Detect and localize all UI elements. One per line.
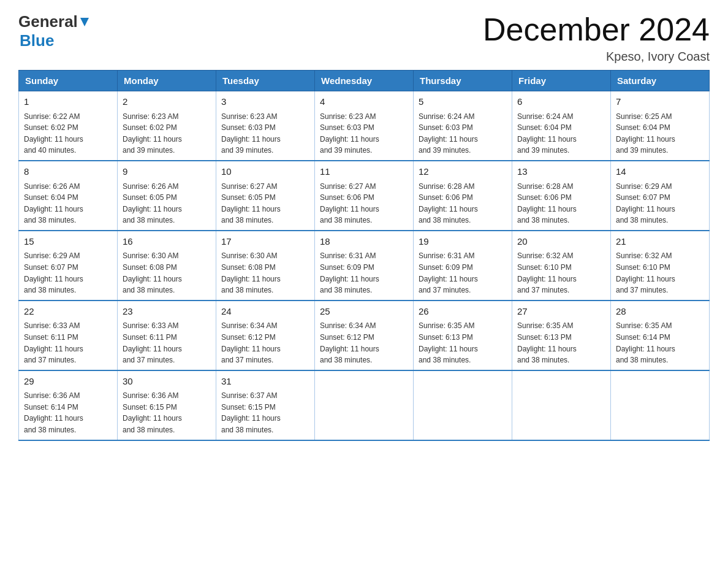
cell-content: Sunrise: 6:30 AMSunset: 6:08 PMDaylight:… — [221, 250, 309, 296]
cell-content: Sunrise: 6:36 AMSunset: 6:15 PMDaylight:… — [123, 390, 211, 435]
header-monday: Monday — [118, 71, 216, 91]
calendar-cell: 8Sunrise: 6:26 AMSunset: 6:04 PMDaylight… — [19, 161, 118, 231]
calendar-cell: 10Sunrise: 6:27 AMSunset: 6:05 PMDayligh… — [216, 161, 315, 231]
logo: General Blue — [18, 12, 91, 50]
cell-content: Sunrise: 6:26 AMSunset: 6:04 PMDaylight:… — [24, 181, 112, 226]
cell-content: Sunrise: 6:32 AMSunset: 6:10 PMDaylight:… — [616, 250, 704, 296]
calendar-cell: 7Sunrise: 6:25 AMSunset: 6:04 PMDaylight… — [611, 91, 710, 161]
header-friday: Friday — [512, 71, 611, 91]
cell-content: Sunrise: 6:34 AMSunset: 6:12 PMDaylight:… — [320, 320, 408, 366]
calendar-cell: 12Sunrise: 6:28 AMSunset: 6:06 PMDayligh… — [414, 161, 512, 231]
cell-content: Sunrise: 6:37 AMSunset: 6:15 PMDaylight:… — [221, 390, 309, 435]
cell-content: Sunrise: 6:28 AMSunset: 6:06 PMDaylight:… — [419, 181, 507, 226]
day-number: 23 — [123, 305, 211, 319]
day-number: 24 — [221, 305, 309, 319]
cell-content: Sunrise: 6:27 AMSunset: 6:05 PMDaylight:… — [221, 181, 309, 226]
cell-content: Sunrise: 6:31 AMSunset: 6:09 PMDaylight:… — [419, 250, 507, 296]
day-number: 22 — [24, 305, 112, 319]
day-number: 1 — [24, 95, 112, 109]
day-number: 10 — [221, 165, 309, 179]
month-title: December 2024 — [483, 12, 710, 47]
calendar-cell: 21Sunrise: 6:32 AMSunset: 6:10 PMDayligh… — [611, 231, 710, 301]
calendar-week-row: 8Sunrise: 6:26 AMSunset: 6:04 PMDaylight… — [19, 161, 710, 231]
calendar-cell: 25Sunrise: 6:34 AMSunset: 6:12 PMDayligh… — [315, 301, 414, 370]
cell-content: Sunrise: 6:35 AMSunset: 6:13 PMDaylight:… — [419, 320, 507, 366]
cell-content: Sunrise: 6:34 AMSunset: 6:12 PMDaylight:… — [221, 320, 309, 366]
logo-blue-text: Blue — [20, 31, 54, 50]
day-number: 18 — [320, 235, 408, 249]
header-wednesday: Wednesday — [315, 71, 414, 91]
calendar-week-row: 22Sunrise: 6:33 AMSunset: 6:11 PMDayligh… — [19, 301, 710, 370]
day-number: 12 — [419, 165, 507, 179]
calendar-week-row: 1Sunrise: 6:22 AMSunset: 6:02 PMDaylight… — [19, 91, 710, 161]
day-number: 21 — [616, 235, 704, 249]
day-number: 9 — [123, 165, 211, 179]
day-number: 26 — [419, 305, 507, 319]
location-subtitle: Kpeso, Ivory Coast — [483, 50, 710, 64]
calendar-cell: 4Sunrise: 6:23 AMSunset: 6:03 PMDaylight… — [315, 91, 414, 161]
calendar-cell: 30Sunrise: 6:36 AMSunset: 6:15 PMDayligh… — [118, 370, 216, 440]
svg-marker-0 — [80, 18, 89, 26]
calendar-cell: 1Sunrise: 6:22 AMSunset: 6:02 PMDaylight… — [19, 91, 118, 161]
day-number: 8 — [24, 165, 112, 179]
calendar-cell: 9Sunrise: 6:26 AMSunset: 6:05 PMDaylight… — [118, 161, 216, 231]
cell-content: Sunrise: 6:27 AMSunset: 6:06 PMDaylight:… — [320, 181, 408, 226]
calendar-cell: 14Sunrise: 6:29 AMSunset: 6:07 PMDayligh… — [611, 161, 710, 231]
calendar-cell: 20Sunrise: 6:32 AMSunset: 6:10 PMDayligh… — [512, 231, 611, 301]
cell-content: Sunrise: 6:31 AMSunset: 6:09 PMDaylight:… — [320, 250, 408, 296]
cell-content: Sunrise: 6:24 AMSunset: 6:04 PMDaylight:… — [517, 111, 605, 156]
calendar-table: SundayMondayTuesdayWednesdayThursdayFrid… — [18, 70, 710, 440]
day-number: 7 — [616, 95, 704, 109]
calendar-cell — [414, 370, 512, 440]
day-number: 16 — [123, 235, 211, 249]
calendar-cell: 5Sunrise: 6:24 AMSunset: 6:03 PMDaylight… — [414, 91, 512, 161]
cell-content: Sunrise: 6:28 AMSunset: 6:06 PMDaylight:… — [517, 181, 605, 226]
day-number: 5 — [419, 95, 507, 109]
header-sunday: Sunday — [19, 71, 118, 91]
calendar-cell: 27Sunrise: 6:35 AMSunset: 6:13 PMDayligh… — [512, 301, 611, 370]
cell-content: Sunrise: 6:23 AMSunset: 6:02 PMDaylight:… — [123, 111, 211, 156]
calendar-cell: 6Sunrise: 6:24 AMSunset: 6:04 PMDaylight… — [512, 91, 611, 161]
header-saturday: Saturday — [611, 71, 710, 91]
calendar-cell: 29Sunrise: 6:36 AMSunset: 6:14 PMDayligh… — [19, 370, 118, 440]
day-number: 2 — [123, 95, 211, 109]
day-number: 3 — [221, 95, 309, 109]
calendar-cell: 28Sunrise: 6:35 AMSunset: 6:14 PMDayligh… — [611, 301, 710, 370]
calendar-cell: 11Sunrise: 6:27 AMSunset: 6:06 PMDayligh… — [315, 161, 414, 231]
day-number: 30 — [123, 375, 211, 389]
header-thursday: Thursday — [414, 71, 512, 91]
cell-content: Sunrise: 6:35 AMSunset: 6:14 PMDaylight:… — [616, 320, 704, 366]
calendar-cell — [315, 370, 414, 440]
day-number: 31 — [221, 375, 309, 389]
logo-general-text: General — [18, 12, 78, 31]
day-number: 29 — [24, 375, 112, 389]
calendar-cell: 23Sunrise: 6:33 AMSunset: 6:11 PMDayligh… — [118, 301, 216, 370]
cell-content: Sunrise: 6:22 AMSunset: 6:02 PMDaylight:… — [24, 111, 112, 156]
day-number: 14 — [616, 165, 704, 179]
cell-content: Sunrise: 6:30 AMSunset: 6:08 PMDaylight:… — [123, 250, 211, 296]
cell-content: Sunrise: 6:26 AMSunset: 6:05 PMDaylight:… — [123, 181, 211, 226]
header-tuesday: Tuesday — [216, 71, 315, 91]
calendar-cell: 15Sunrise: 6:29 AMSunset: 6:07 PMDayligh… — [19, 231, 118, 301]
day-number: 20 — [517, 235, 605, 249]
logo-arrow-icon — [78, 15, 91, 29]
cell-content: Sunrise: 6:33 AMSunset: 6:11 PMDaylight:… — [123, 320, 211, 366]
cell-content: Sunrise: 6:23 AMSunset: 6:03 PMDaylight:… — [320, 111, 408, 156]
day-number: 27 — [517, 305, 605, 319]
calendar-cell: 16Sunrise: 6:30 AMSunset: 6:08 PMDayligh… — [118, 231, 216, 301]
cell-content: Sunrise: 6:33 AMSunset: 6:11 PMDaylight:… — [24, 320, 112, 366]
cell-content: Sunrise: 6:29 AMSunset: 6:07 PMDaylight:… — [24, 250, 112, 296]
day-number: 17 — [221, 235, 309, 249]
cell-content: Sunrise: 6:25 AMSunset: 6:04 PMDaylight:… — [616, 111, 704, 156]
cell-content: Sunrise: 6:35 AMSunset: 6:13 PMDaylight:… — [517, 320, 605, 366]
calendar-week-row: 29Sunrise: 6:36 AMSunset: 6:14 PMDayligh… — [19, 370, 710, 440]
calendar-cell: 31Sunrise: 6:37 AMSunset: 6:15 PMDayligh… — [216, 370, 315, 440]
day-number: 13 — [517, 165, 605, 179]
day-number: 4 — [320, 95, 408, 109]
day-number: 28 — [616, 305, 704, 319]
calendar-cell — [611, 370, 710, 440]
calendar-cell: 2Sunrise: 6:23 AMSunset: 6:02 PMDaylight… — [118, 91, 216, 161]
cell-content: Sunrise: 6:23 AMSunset: 6:03 PMDaylight:… — [221, 111, 309, 156]
calendar-week-row: 15Sunrise: 6:29 AMSunset: 6:07 PMDayligh… — [19, 231, 710, 301]
day-number: 25 — [320, 305, 408, 319]
